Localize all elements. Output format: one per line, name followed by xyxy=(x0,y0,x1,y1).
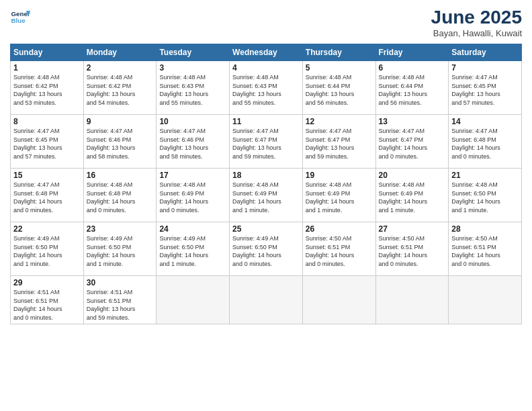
header: General Blue June 2025 Bayan, Hawalli, K… xyxy=(10,7,522,38)
calendar-cell: 14Sunrise: 4:47 AM Sunset: 6:48 PM Dayli… xyxy=(449,115,522,169)
calendar-week-row: 29Sunrise: 4:51 AM Sunset: 6:51 PM Dayli… xyxy=(11,276,522,324)
day-number: 14 xyxy=(451,117,519,126)
location: Bayan, Hawalli, Kuwait xyxy=(431,28,522,38)
day-number: 2 xyxy=(87,63,154,73)
day-info: Sunrise: 4:47 AM Sunset: 6:48 PM Dayligh… xyxy=(451,127,519,161)
svg-text:Blue: Blue xyxy=(11,17,26,24)
page-container: General Blue June 2025 Bayan, Hawalli, K… xyxy=(0,0,532,411)
col-saturday: Saturday xyxy=(449,44,522,61)
calendar-table: Sunday Monday Tuesday Wednesday Thursday… xyxy=(10,44,522,324)
calendar-cell: 3Sunrise: 4:48 AM Sunset: 6:43 PM Daylig… xyxy=(157,61,230,115)
day-info: Sunrise: 4:50 AM Sunset: 6:51 PM Dayligh… xyxy=(379,234,446,268)
day-number: 29 xyxy=(13,278,81,287)
calendar-cell: 6Sunrise: 4:48 AM Sunset: 6:44 PM Daylig… xyxy=(375,61,449,115)
day-number: 27 xyxy=(379,224,446,234)
day-number: 7 xyxy=(451,63,519,73)
day-info: Sunrise: 4:48 AM Sunset: 6:49 PM Dayligh… xyxy=(306,181,373,214)
calendar-cell: 1Sunrise: 4:48 AM Sunset: 6:42 PM Daylig… xyxy=(11,61,84,115)
calendar-cell: 7Sunrise: 4:47 AM Sunset: 6:45 PM Daylig… xyxy=(449,61,522,115)
day-info: Sunrise: 4:51 AM Sunset: 6:51 PM Dayligh… xyxy=(13,288,81,322)
calendar-cell: 11Sunrise: 4:47 AM Sunset: 6:47 PM Dayli… xyxy=(230,115,303,169)
day-number: 8 xyxy=(13,117,81,126)
day-number: 17 xyxy=(159,171,226,180)
calendar-cell: 21Sunrise: 4:48 AM Sunset: 6:50 PM Dayli… xyxy=(449,169,522,222)
calendar-cell xyxy=(449,276,522,324)
day-info: Sunrise: 4:50 AM Sunset: 6:51 PM Dayligh… xyxy=(451,234,519,268)
day-number: 21 xyxy=(451,171,519,180)
calendar-cell: 17Sunrise: 4:48 AM Sunset: 6:49 PM Dayli… xyxy=(157,169,230,222)
day-info: Sunrise: 4:50 AM Sunset: 6:51 PM Dayligh… xyxy=(306,234,373,268)
day-number: 19 xyxy=(306,171,373,180)
day-info: Sunrise: 4:47 AM Sunset: 6:45 PM Dayligh… xyxy=(451,73,519,107)
day-info: Sunrise: 4:47 AM Sunset: 6:47 PM Dayligh… xyxy=(232,127,300,161)
col-friday: Friday xyxy=(375,44,449,61)
col-sunday: Sunday xyxy=(11,44,84,61)
logo-icon: General Blue xyxy=(10,7,30,27)
calendar-body: 1Sunrise: 4:48 AM Sunset: 6:42 PM Daylig… xyxy=(11,61,522,324)
day-number: 23 xyxy=(87,224,154,234)
calendar-cell: 24Sunrise: 4:49 AM Sunset: 6:50 PM Dayli… xyxy=(157,222,230,276)
calendar-cell: 4Sunrise: 4:48 AM Sunset: 6:43 PM Daylig… xyxy=(230,61,303,115)
day-number: 26 xyxy=(306,224,373,234)
day-number: 5 xyxy=(306,63,373,73)
day-number: 1 xyxy=(13,63,81,73)
day-info: Sunrise: 4:48 AM Sunset: 6:49 PM Dayligh… xyxy=(232,181,300,214)
day-number: 6 xyxy=(379,63,446,73)
calendar-cell: 16Sunrise: 4:48 AM Sunset: 6:48 PM Dayli… xyxy=(83,169,157,222)
day-number: 13 xyxy=(379,117,446,126)
calendar-cell: 8Sunrise: 4:47 AM Sunset: 6:45 PM Daylig… xyxy=(11,115,84,169)
day-number: 30 xyxy=(87,278,154,287)
day-number: 18 xyxy=(232,171,300,180)
day-info: Sunrise: 4:48 AM Sunset: 6:43 PM Dayligh… xyxy=(159,73,226,107)
calendar-cell: 10Sunrise: 4:47 AM Sunset: 6:46 PM Dayli… xyxy=(157,115,230,169)
day-info: Sunrise: 4:47 AM Sunset: 6:46 PM Dayligh… xyxy=(159,127,226,161)
day-number: 24 xyxy=(159,224,226,234)
calendar-cell: 30Sunrise: 4:51 AM Sunset: 6:51 PM Dayli… xyxy=(83,276,157,324)
day-number: 4 xyxy=(232,63,300,73)
calendar-cell: 25Sunrise: 4:49 AM Sunset: 6:50 PM Dayli… xyxy=(230,222,303,276)
title-block: June 2025 Bayan, Hawalli, Kuwait xyxy=(431,7,522,38)
day-number: 9 xyxy=(87,117,154,126)
calendar-cell: 15Sunrise: 4:47 AM Sunset: 6:48 PM Dayli… xyxy=(11,169,84,222)
day-info: Sunrise: 4:48 AM Sunset: 6:49 PM Dayligh… xyxy=(159,181,226,214)
day-info: Sunrise: 4:51 AM Sunset: 6:51 PM Dayligh… xyxy=(87,288,154,322)
calendar-week-row: 1Sunrise: 4:48 AM Sunset: 6:42 PM Daylig… xyxy=(11,61,522,115)
day-number: 10 xyxy=(159,117,226,126)
calendar-cell: 26Sunrise: 4:50 AM Sunset: 6:51 PM Dayli… xyxy=(302,222,375,276)
day-number: 11 xyxy=(232,117,300,126)
month-title: June 2025 xyxy=(431,7,522,28)
day-info: Sunrise: 4:48 AM Sunset: 6:44 PM Dayligh… xyxy=(306,73,373,107)
day-info: Sunrise: 4:48 AM Sunset: 6:50 PM Dayligh… xyxy=(451,181,519,214)
calendar-cell: 20Sunrise: 4:48 AM Sunset: 6:49 PM Dayli… xyxy=(375,169,449,222)
day-info: Sunrise: 4:47 AM Sunset: 6:46 PM Dayligh… xyxy=(87,127,154,161)
day-info: Sunrise: 4:47 AM Sunset: 6:47 PM Dayligh… xyxy=(306,127,373,161)
day-info: Sunrise: 4:48 AM Sunset: 6:48 PM Dayligh… xyxy=(87,181,154,214)
calendar-cell: 9Sunrise: 4:47 AM Sunset: 6:46 PM Daylig… xyxy=(83,115,157,169)
calendar-cell: 18Sunrise: 4:48 AM Sunset: 6:49 PM Dayli… xyxy=(230,169,303,222)
day-number: 25 xyxy=(232,224,300,234)
calendar-cell: 23Sunrise: 4:49 AM Sunset: 6:50 PM Dayli… xyxy=(83,222,157,276)
calendar-week-row: 22Sunrise: 4:49 AM Sunset: 6:50 PM Dayli… xyxy=(11,222,522,276)
day-info: Sunrise: 4:49 AM Sunset: 6:50 PM Dayligh… xyxy=(13,234,81,268)
calendar-cell xyxy=(302,276,375,324)
day-number: 12 xyxy=(306,117,373,126)
day-number: 22 xyxy=(13,224,81,234)
day-number: 28 xyxy=(451,224,519,234)
day-info: Sunrise: 4:49 AM Sunset: 6:50 PM Dayligh… xyxy=(232,234,300,268)
calendar-cell xyxy=(157,276,230,324)
calendar-cell: 13Sunrise: 4:47 AM Sunset: 6:47 PM Dayli… xyxy=(375,115,449,169)
day-info: Sunrise: 4:49 AM Sunset: 6:50 PM Dayligh… xyxy=(159,234,226,268)
day-info: Sunrise: 4:47 AM Sunset: 6:45 PM Dayligh… xyxy=(13,127,81,161)
day-info: Sunrise: 4:48 AM Sunset: 6:43 PM Dayligh… xyxy=(232,73,300,107)
calendar-cell: 28Sunrise: 4:50 AM Sunset: 6:51 PM Dayli… xyxy=(449,222,522,276)
col-thursday: Thursday xyxy=(302,44,375,61)
day-info: Sunrise: 4:48 AM Sunset: 6:42 PM Dayligh… xyxy=(87,73,154,107)
day-number: 15 xyxy=(13,171,81,180)
day-info: Sunrise: 4:48 AM Sunset: 6:44 PM Dayligh… xyxy=(379,73,446,107)
calendar-cell: 22Sunrise: 4:49 AM Sunset: 6:50 PM Dayli… xyxy=(11,222,84,276)
day-info: Sunrise: 4:47 AM Sunset: 6:47 PM Dayligh… xyxy=(379,127,446,161)
calendar-header-row: Sunday Monday Tuesday Wednesday Thursday… xyxy=(11,44,522,61)
col-tuesday: Tuesday xyxy=(157,44,230,61)
calendar-cell: 27Sunrise: 4:50 AM Sunset: 6:51 PM Dayli… xyxy=(375,222,449,276)
calendar-cell: 29Sunrise: 4:51 AM Sunset: 6:51 PM Dayli… xyxy=(11,276,84,324)
